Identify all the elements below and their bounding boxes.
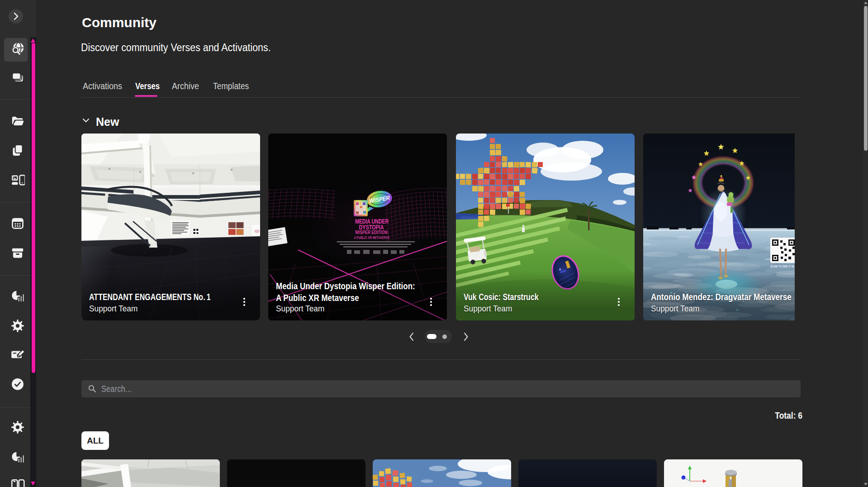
svg-text:SCAN TO SEE IT IN A: SCAN TO SEE IT IN A <box>770 265 795 268</box>
svg-text:WISPER EDITION:: WISPER EDITION: <box>355 229 389 235</box>
svg-text:A PUBLIC XR METAVERSE: A PUBLIC XR METAVERSE <box>354 235 390 240</box>
